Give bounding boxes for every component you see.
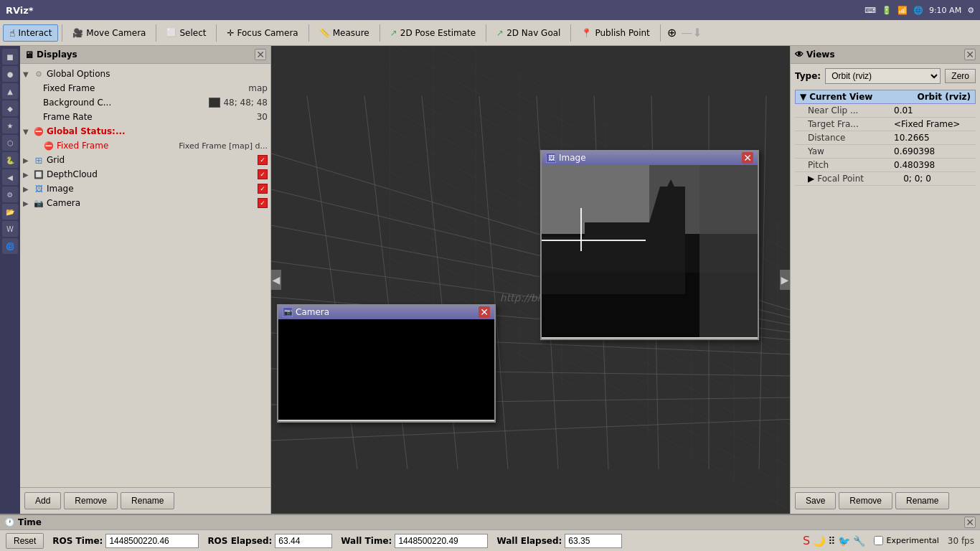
fixed-frame-row[interactable]: Fixed Frame map: [20, 81, 270, 95]
left-icon-8[interactable]: ◀: [2, 169, 18, 185]
camera-checkbox[interactable]: ✓: [258, 198, 268, 208]
frame-rate-row[interactable]: Frame Rate 30: [20, 110, 270, 124]
displays-close-button[interactable]: ✕: [255, 49, 266, 60]
settings-icon: ⚙: [967, 6, 974, 15]
ff-status-icon: ⛔: [43, 140, 55, 151]
ruler-icon: 📏: [319, 28, 330, 38]
focal-point-row[interactable]: ▶ Focal Point 0; 0; 0: [795, 172, 976, 186]
views-header-left: 👁 Views: [795, 50, 835, 60]
left-icon-3[interactable]: ▲: [2, 83, 18, 99]
image-window-content: [542, 165, 758, 337]
publish-point-label: Publish Point: [595, 28, 649, 38]
experimental-checkbox[interactable]: [874, 536, 883, 545]
left-sidebar: ■ ● ▲ ◆ ★ ⬡ 🐍 ◀ ⚙ 📂 W 🌀: [0, 46, 20, 514]
ros-elapsed-field: ROS Elapsed: 63.44: [207, 534, 332, 548]
views-close-button[interactable]: ✕: [964, 49, 976, 60]
left-icon-4[interactable]: ◆: [2, 100, 18, 116]
interact-label: Interact: [19, 28, 52, 38]
background-label: Background C...: [43, 98, 209, 108]
left-icon-6[interactable]: ⬡: [2, 135, 18, 151]
viewport-left-arrow[interactable]: ◀: [271, 270, 281, 290]
camera-icon: 📷: [33, 197, 44, 209]
toolbar-separator-7: [570, 24, 571, 42]
reset-button[interactable]: Reset: [6, 533, 44, 549]
tray-icon-2: 🌙: [813, 535, 825, 547]
frame-rate-value: 30: [257, 112, 268, 122]
views-save-button[interactable]: Save: [795, 492, 836, 509]
camera-window-close[interactable]: ✕: [479, 306, 490, 318]
wall-elapsed-input[interactable]: 63.35: [565, 534, 622, 548]
left-icon-11[interactable]: W: [2, 221, 18, 237]
background-swatch[interactable]: [209, 98, 220, 108]
views-panel: 👁 Views ✕ Type: Orbit (rviz) Zero ▼ Curr…: [790, 46, 980, 514]
global-status-row[interactable]: ▼ ⛔ Global Status:...: [20, 124, 270, 138]
3d-viewport[interactable]: http://blog.csdn.net/ ◀ ▶ 📷 Camera ✕ 🖼 I…: [271, 46, 790, 514]
add-button[interactable]: Add: [24, 492, 61, 509]
fixed-frame-value: map: [248, 83, 268, 93]
experimental-checkbox-group: Experimental: [874, 536, 938, 545]
grid-row[interactable]: ▶ ⊞ Grid ✓: [20, 153, 270, 167]
camera-window-content: [278, 319, 494, 420]
depthcloud-row[interactable]: ▶ 🔲 DepthCloud ✓: [20, 167, 270, 182]
ros-elapsed-input[interactable]: 63.44: [275, 534, 332, 548]
views-type-select[interactable]: Orbit (rviz): [825, 68, 941, 84]
views-rename-button[interactable]: Rename: [895, 492, 949, 509]
left-icon-1[interactable]: ■: [2, 49, 18, 65]
rename-button[interactable]: Rename: [121, 492, 174, 509]
svg-rect-28: [542, 265, 685, 294]
publish-point-icon: 📍: [581, 28, 592, 38]
left-icon-12[interactable]: 🌀: [2, 238, 18, 254]
image-arrow: ▶: [23, 185, 33, 193]
depthcloud-checkbox[interactable]: ✓: [258, 169, 268, 179]
fixed-frame-status-row[interactable]: ⛔ Fixed Frame Fixed Frame [map] d...: [20, 138, 270, 153]
tray-icon-3: ⠿: [828, 535, 835, 547]
viewport-right-arrow[interactable]: ▶: [780, 270, 790, 290]
time-panel-close[interactable]: ✕: [964, 517, 976, 528]
publish-point-button[interactable]: 📍 Publish Point: [575, 25, 656, 41]
left-icon-2[interactable]: ●: [2, 66, 18, 82]
target-frame-row[interactable]: Target Fra... <Fixed Frame>: [795, 118, 976, 131]
wall-elapsed-label: Wall Elapsed:: [496, 536, 562, 546]
interact-button[interactable]: ☝ Interact: [3, 24, 58, 42]
remove-button[interactable]: Remove: [64, 492, 118, 509]
depthcloud-icon: 🔲: [33, 169, 44, 180]
left-icon-7[interactable]: 🐍: [2, 152, 18, 168]
near-clip-row[interactable]: Near Clip ... 0.01: [795, 104, 976, 118]
left-icon-9[interactable]: ⚙: [2, 187, 18, 202]
focal-point-arrow: ▶: [808, 174, 814, 184]
ros-time-input[interactable]: 1448500220.46: [105, 534, 199, 548]
global-options-row[interactable]: ▼ ⚙ Global Options: [20, 67, 270, 81]
camera-row[interactable]: ▶ 📷 Camera ✓: [20, 196, 270, 210]
wall-time-label: Wall Time:: [341, 536, 392, 546]
measure-label: Measure: [333, 28, 369, 38]
image-window-titlebar[interactable]: 🖼 Image ✕: [542, 151, 758, 165]
current-view-label: Current View: [809, 92, 872, 102]
grid-checkbox[interactable]: ✓: [258, 155, 268, 165]
image-window-icon: 🖼: [546, 153, 556, 163]
battery-icon: 🔋: [882, 6, 892, 15]
background-row[interactable]: Background C... 48; 48; 48: [20, 95, 270, 110]
toolbar-separator-4: [308, 24, 309, 42]
yaw-row[interactable]: Yaw 0.690398: [795, 145, 976, 159]
tray-icon-1: S: [803, 534, 810, 547]
wall-time-input[interactable]: 1448500220.49: [395, 534, 488, 548]
distance-row[interactable]: Distance 10.2665: [795, 131, 976, 145]
image-window-close[interactable]: ✕: [742, 152, 753, 164]
pose-estimate-button[interactable]: ↗ 2D Pose Estimate: [384, 25, 482, 41]
views-remove-button[interactable]: Remove: [839, 492, 892, 509]
measure-button[interactable]: 📏 Measure: [313, 25, 376, 41]
focus-camera-button[interactable]: ✛ Focus Camera: [220, 25, 304, 41]
left-icon-10[interactable]: 📂: [2, 204, 18, 220]
left-icon-5[interactable]: ★: [2, 118, 18, 133]
image-checkbox[interactable]: ✓: [258, 184, 268, 194]
nav-goal-button[interactable]: ↗ 2D Nav Goal: [490, 25, 567, 41]
pitch-row[interactable]: Pitch 0.480398: [795, 159, 976, 172]
global-status-arrow: ▼: [23, 128, 33, 136]
network-icon: 📶: [897, 6, 908, 15]
image-row[interactable]: ▶ 🖼 Image ✓: [20, 182, 270, 196]
camera-window-titlebar[interactable]: 📷 Camera ✕: [278, 305, 494, 319]
views-zero-button[interactable]: Zero: [945, 69, 976, 83]
camera-window: 📷 Camera ✕: [277, 304, 496, 423]
select-button[interactable]: ⬜ Select: [160, 25, 212, 41]
move-camera-button[interactable]: 🎥 Move Camera: [66, 25, 152, 41]
